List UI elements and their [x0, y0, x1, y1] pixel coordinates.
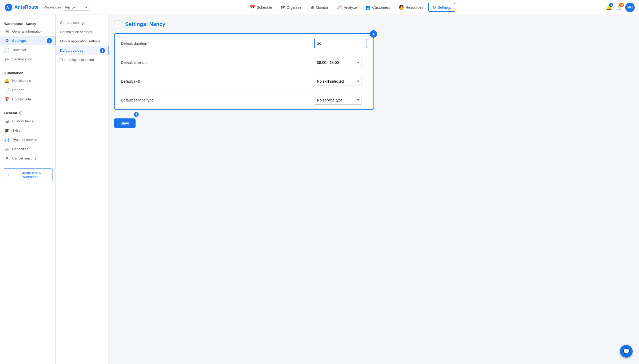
sidebar-item-capacities[interactable]: ⚖ Capacities	[0, 144, 55, 154]
nav-schedule-label: Schedule	[257, 5, 272, 10]
nav-customers[interactable]: 👥 Customers	[362, 3, 394, 11]
main-layout: Warehouse - Nancy ⊞ General information …	[0, 15, 639, 364]
reports-icon: 📄	[4, 87, 10, 92]
sidebar-item-capacities-label: Capacities	[12, 147, 28, 151]
middle-item-default-values[interactable]: Default values 3	[56, 46, 108, 55]
logo-icon: A	[4, 3, 13, 12]
middle-item-optimization-settings[interactable]: Optimization settings	[56, 27, 108, 37]
settings-sidebar-icon: ⚙	[4, 38, 10, 43]
sidebar-item-types-of-service[interactable]: 📊 Types of service	[0, 135, 55, 144]
default-service-type-control: No service type	[314, 96, 367, 105]
general-info-tooltip-icon: ⓘ	[19, 111, 22, 115]
cart-button[interactable]: 🛒 42	[616, 4, 623, 11]
customers-icon: 👥	[365, 5, 371, 10]
sidebar-item-skills-label: Skills	[12, 128, 20, 132]
nav-analyze-label: Analyze	[344, 5, 357, 10]
middle-item-mobile-settings-label: Mobile application settings	[60, 39, 100, 43]
sidebar-item-cancel-reasons-label: Cancel reasons	[12, 156, 36, 160]
sidebar-item-skills[interactable]: 🎓 Skills	[0, 126, 55, 135]
sidebar-item-reports[interactable]: 📄 Reports	[0, 85, 55, 95]
schedule-icon: 📅	[250, 5, 255, 10]
skills-icon: 🎓	[4, 128, 10, 133]
sidebar-item-custom-fields-label: Custom fields	[12, 119, 33, 123]
nav-schedule[interactable]: 📅 Schedule	[246, 3, 276, 11]
sidebar-item-booking-site[interactable]: 📅 Booking site	[0, 95, 55, 104]
notification-button[interactable]: 🔔 1	[606, 4, 612, 11]
sidebar-item-sectorization[interactable]: ◎ Sectorization	[0, 55, 55, 64]
user-avatar[interactable]: MH	[625, 3, 635, 12]
nav-resources[interactable]: 🧑 Resources	[395, 3, 427, 11]
booking-site-icon: 📅	[4, 97, 10, 102]
middle-item-default-values-label: Default values	[60, 48, 83, 52]
sidebar-divider-2	[0, 106, 55, 106]
nav-customers-label: Customers	[372, 5, 390, 10]
save-step-badge: 5	[133, 112, 139, 117]
nav-monitor-label: Monitor	[316, 5, 328, 10]
default-time-slot-control: 08:00 - 18:00 09:00 - 17:00 00:00 - 23:5…	[314, 58, 367, 67]
nav-analyze[interactable]: 📈 Analyze	[333, 3, 360, 11]
default-duration-control	[314, 39, 367, 48]
middle-item-general-settings[interactable]: General settings	[56, 18, 108, 27]
sidebar-item-reports-label: Reports	[12, 88, 24, 92]
nav-resources-label: Resources	[406, 5, 423, 10]
sidebar-item-general-information[interactable]: ⊞ General information	[0, 27, 55, 36]
default-time-slot-select[interactable]: 08:00 - 18:00 09:00 - 17:00 00:00 - 23:5…	[314, 58, 362, 67]
warehouse-label: Warehouse	[44, 5, 61, 9]
sidebar-item-sectorization-label: Sectorization	[12, 57, 32, 61]
middle-item-general-settings-label: General settings	[60, 21, 85, 25]
nav-settings-label: Settings	[438, 5, 451, 10]
cancel-reasons-icon: ✕	[4, 156, 10, 161]
sidebar-item-cancel-reasons[interactable]: ✕ Cancel reasons	[0, 154, 55, 163]
nav-right: 🔔 1 🛒 42 MH	[606, 3, 635, 12]
logo[interactable]: A AntsRoute	[4, 3, 38, 12]
top-navigation: A AntsRoute Warehouse Nancy 📅 Schedule 🗺…	[0, 0, 639, 15]
sidebar-item-booking-site-label: Booking site	[12, 97, 31, 101]
form-step-badge: 4	[370, 30, 377, 38]
notification-badge: 1	[609, 3, 613, 7]
default-time-slot-label: Default time slot	[121, 60, 314, 65]
middle-item-time-delay-label: Time delay calculation	[60, 58, 94, 62]
default-skill-select[interactable]: No skill selected	[314, 77, 362, 86]
sidebar-divider-1	[0, 66, 55, 66]
general-info-icon: ⊞	[4, 29, 10, 34]
required-marker: *	[148, 41, 150, 46]
sidebar-item-settings[interactable]: ⚙ Settings 2	[0, 36, 55, 45]
form-row-default-skill: Default skill No skill selected	[115, 72, 373, 91]
sidebar-divider-3	[0, 165, 55, 165]
default-duration-label: Default duration *	[121, 41, 314, 46]
sidebar-item-custom-fields[interactable]: ⊞ Custom fields	[0, 117, 55, 126]
settings-step-badge: 2	[47, 38, 52, 43]
create-warehouse-label: Create a new warehouse	[12, 171, 49, 179]
save-button[interactable]: Save	[114, 118, 136, 128]
create-new-warehouse-button[interactable]: ＋ Create a new warehouse	[3, 168, 53, 181]
chat-button[interactable]: 💬	[620, 345, 633, 358]
middle-item-time-delay-calculation[interactable]: Time delay calculation	[56, 55, 108, 64]
cart-badge: 42	[619, 3, 624, 7]
resources-icon: 🧑	[399, 5, 404, 10]
nav-items: 📅 Schedule 🗺 Organize 🖥 Monitor 📈 Analyz…	[96, 3, 606, 12]
middle-item-mobile-application-settings[interactable]: Mobile application settings	[56, 37, 108, 46]
nav-monitor[interactable]: 🖥 Monitor	[306, 3, 332, 11]
middle-item-optimization-settings-label: Optimization settings	[60, 30, 92, 34]
back-button[interactable]: ‹	[114, 20, 122, 28]
default-duration-input[interactable]	[314, 39, 367, 48]
form-row-default-service-type: Default service type No service type	[115, 91, 373, 109]
sidebar-item-notifications[interactable]: 🔔 Notifications	[0, 76, 55, 85]
settings-icon: ⚙	[432, 5, 436, 10]
warehouse-dropdown[interactable]: Nancy	[63, 4, 89, 11]
svg-text:A: A	[6, 5, 9, 10]
default-service-type-select[interactable]: No service type	[314, 96, 362, 105]
logo-text: AntsRoute	[14, 5, 38, 10]
sidebar-item-notifications-label: Notifications	[12, 79, 31, 83]
sidebar-item-time-slot-label: Time slot	[12, 48, 26, 52]
organize-icon: 🗺	[281, 5, 285, 10]
monitor-icon: 🖥	[310, 5, 314, 10]
notifications-icon: 🔔	[4, 78, 10, 83]
sidebar-item-time-slot[interactable]: 🕐 Time slot	[0, 45, 55, 55]
plus-icon: ＋	[6, 172, 10, 178]
nav-organize[interactable]: 🗺 Organize	[277, 3, 305, 11]
sidebar-item-types-service-label: Types of service	[12, 138, 37, 142]
default-skill-control: No skill selected	[314, 77, 367, 86]
nav-settings-button[interactable]: ⚙ Settings	[428, 3, 455, 12]
automation-section-title: Automation	[0, 68, 55, 76]
